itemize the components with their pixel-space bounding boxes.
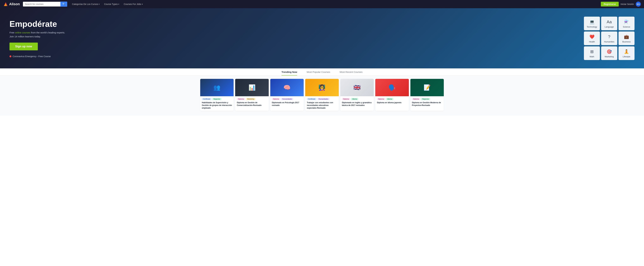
tab-popular[interactable]: Most Popular Courses <box>307 71 330 76</box>
course-card[interactable]: 🧠 Diploma Humanidades Diplomado en Psico… <box>270 79 304 111</box>
nav-courses-for-jobs[interactable]: Courses For Jobs ▾ <box>122 2 144 6</box>
course-image: 📊 <box>235 79 268 96</box>
navbar: Alison 🔍 Categorías De Los Cursos ▾ Cour… <box>0 0 644 8</box>
course-body: Diploma Negocios Diploma en Gestión Mode… <box>410 96 444 108</box>
nav-links: Categorías De Los Cursos ▾ Course Types … <box>70 2 601 6</box>
badge-row: Diploma Idioma <box>377 98 407 100</box>
technology-icon: 💻 <box>590 20 594 24</box>
search-container: 🔍 <box>23 2 67 7</box>
course-title: Trabajar con estudiantes con necesidades… <box>307 101 337 109</box>
logo-text: Alison <box>9 2 20 6</box>
chevron-down-icon: ▾ <box>99 3 100 5</box>
course-body: Diploma Idioma Diploma en idioma japonés <box>375 96 409 106</box>
category-health[interactable]: ❤️ Health <box>584 32 600 45</box>
course-image: 📝 <box>410 79 444 96</box>
course-title: Diplomado en Psicología 2017 revisado <box>272 101 302 107</box>
course-body: Certificate Humanidades Trabajar con est… <box>305 96 338 111</box>
badge-negocios: Negocios <box>212 98 222 100</box>
category-math[interactable]: ⊞ Math <box>584 46 600 60</box>
marketing-icon: 🎯 <box>607 49 612 54</box>
register-button[interactable]: Registrarse <box>601 2 619 7</box>
badge-row: Diploma Idioma <box>342 98 372 100</box>
course-image: 👥 <box>200 79 234 96</box>
courses-grid: 👥 Certificate Negocios Habilidades de Su… <box>200 79 444 111</box>
badge-certificate: Certificate <box>202 98 212 100</box>
badge-row: Diploma Negocios <box>412 98 442 100</box>
search-input[interactable] <box>23 2 60 7</box>
language-selector[interactable]: ES <box>636 2 641 7</box>
badge-marketing: Marketing <box>246 98 256 100</box>
badge-certificate: Certificate <box>307 98 316 100</box>
humanities-icon: ? <box>608 34 610 39</box>
course-image: 🗣️ <box>375 79 409 96</box>
category-science[interactable]: ⚗️ Science <box>618 17 634 30</box>
signup-button[interactable]: Sign up now <box>10 43 38 50</box>
courses-section: 👥 Certificate Negocios Habilidades de Su… <box>0 76 644 116</box>
emergency-notice[interactable]: Coronavirus Emergency - Free Course <box>10 55 92 58</box>
course-card[interactable]: 👩‍🏫 Certificate Humanidades Trabajar con… <box>305 79 338 111</box>
free-courses-link[interactable]: online courses <box>15 31 30 34</box>
math-icon: ⊞ <box>590 49 594 54</box>
course-title: Diploma en Gestión Moderna de Proyectos-… <box>412 101 442 107</box>
hero-section: Empodérate Free online courses from the … <box>0 8 644 68</box>
hero-subtitle: Free online courses from the world's lea… <box>10 31 92 34</box>
tab-recent[interactable]: Most Recent Courses <box>340 71 362 76</box>
science-icon: ⚗️ <box>624 20 629 24</box>
health-icon: ❤️ <box>590 34 594 39</box>
badge-humanidades: Humanidades <box>281 98 293 100</box>
category-language[interactable]: Aa Language <box>601 17 617 30</box>
badge-diploma: Diploma <box>377 98 385 100</box>
course-image: 🧠 <box>270 79 304 96</box>
badge-idioma: Idioma <box>386 98 393 100</box>
nav-categorias[interactable]: Categorías De Los Cursos ▾ <box>70 2 101 6</box>
badge-humanidades: Humanidades <box>317 98 330 100</box>
course-title: Diploma en idioma japonés <box>377 101 407 104</box>
category-humanities[interactable]: ? Humanities <box>601 32 617 45</box>
chevron-down-icon: ▾ <box>142 3 143 5</box>
badge-row: Certificate Humanidades <box>307 98 337 100</box>
course-image: 👩‍🏫 <box>305 79 338 96</box>
badge-row: Certificate Negocios <box>202 98 232 100</box>
course-body: Certificate Negocios Habilidades de Supe… <box>200 96 234 111</box>
course-title: Habilidades de Supervisión y Gestión de … <box>202 101 232 109</box>
language-icon: Aa <box>607 20 612 24</box>
search-button[interactable]: 🔍 <box>60 2 67 7</box>
category-business[interactable]: 💼 Business <box>618 32 634 45</box>
logo[interactable]: Alison <box>3 2 20 7</box>
hero-subtitle2: Join 14 million learners today. <box>10 35 92 38</box>
nav-course-types[interactable]: Course Types ▾ <box>102 2 121 6</box>
course-title: Diploma en Gestión de Comercialización-R… <box>237 101 267 107</box>
badge-diploma: Diploma <box>237 98 245 100</box>
category-lifestyle[interactable]: 🧘 Lifestyle <box>618 46 634 60</box>
course-card[interactable]: 🗣️ Diploma Idioma Diploma en idioma japo… <box>375 79 409 111</box>
badge-idioma: Idioma <box>351 98 358 100</box>
red-dot-icon <box>10 55 12 57</box>
badge-row: Diploma Humanidades <box>272 98 302 100</box>
lifestyle-icon: 🧘 <box>624 49 629 54</box>
tab-trending[interactable]: Trending Now <box>282 71 297 76</box>
login-button[interactable]: Iniciar Sesión <box>620 3 634 6</box>
category-technology[interactable]: 💻 Technology <box>584 17 600 30</box>
course-tabs: Trending Now Most Popular Courses Most R… <box>0 68 644 76</box>
category-marketing[interactable]: 🎯 Marketing <box>601 46 617 60</box>
chevron-down-icon: ▾ <box>118 3 119 5</box>
alison-logo-icon <box>3 2 8 7</box>
course-card[interactable]: 📊 Diploma Marketing Diploma en Gestión d… <box>235 79 268 111</box>
course-image: 🇬🇧 <box>340 79 374 96</box>
course-body: Diploma Idioma Diplomado en inglés y gra… <box>340 96 374 108</box>
course-body: Diploma Humanidades Diplomado en Psicolo… <box>270 96 304 108</box>
badge-diploma: Diploma <box>412 98 420 100</box>
nav-right: Registrarse Iniciar Sesión ES <box>601 2 641 7</box>
badge-negocios: Negocios <box>421 98 430 100</box>
course-card[interactable]: 👥 Certificate Negocios Habilidades de Su… <box>200 79 234 111</box>
category-grid: 💻 Technology Aa Language ⚗️ Science ❤️ H… <box>584 17 634 60</box>
badge-diploma: Diploma <box>342 98 350 100</box>
business-icon: 💼 <box>624 34 629 39</box>
hero-title: Empodérate <box>10 19 92 29</box>
course-body: Diploma Marketing Diploma en Gestión de … <box>235 96 268 108</box>
course-card[interactable]: 🇬🇧 Diploma Idioma Diplomado en inglés y … <box>340 79 374 111</box>
badge-row: Diploma Marketing <box>237 98 267 100</box>
course-card[interactable]: 📝 Diploma Negocios Diploma en Gestión Mo… <box>410 79 444 111</box>
hero-content: Empodérate Free online courses from the … <box>10 19 92 58</box>
course-title: Diplomado en inglés y gramática básica d… <box>342 101 372 107</box>
